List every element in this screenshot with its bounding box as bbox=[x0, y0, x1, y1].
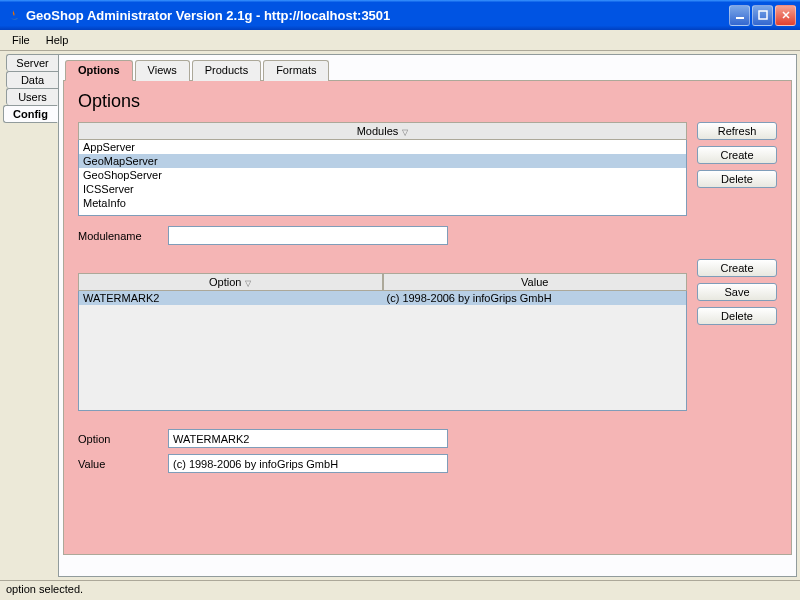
tab-formats[interactable]: Formats bbox=[263, 60, 329, 81]
modulename-label: Modulename bbox=[78, 230, 168, 242]
option-label: Option bbox=[78, 433, 168, 445]
list-item[interactable]: AppServer bbox=[79, 140, 686, 154]
value-label: Value bbox=[78, 458, 168, 470]
options-table[interactable]: WATERMARK2 (c) 1998-2006 by infoGrips Gm… bbox=[78, 291, 687, 411]
svg-rect-1 bbox=[759, 11, 767, 19]
java-app-icon bbox=[6, 7, 22, 23]
side-tab-data[interactable]: Data bbox=[6, 71, 58, 88]
option-input[interactable] bbox=[168, 429, 448, 448]
tab-options[interactable]: Options bbox=[65, 60, 133, 81]
side-tab-server[interactable]: Server bbox=[6, 54, 58, 71]
title-bar: GeoShop Administrator Version 2.1g - htt… bbox=[0, 0, 800, 30]
side-tabs: Server Data Users Config bbox=[0, 51, 58, 580]
horizontal-tabs: Options Views Products Formats bbox=[63, 59, 792, 81]
menu-bar: File Help bbox=[0, 30, 800, 51]
delete-module-button[interactable]: Delete bbox=[697, 170, 777, 188]
options-panel: Options Modules▽ AppServer GeoMapServer … bbox=[63, 81, 792, 555]
modulename-input[interactable] bbox=[168, 226, 448, 245]
option-column-header[interactable]: Option▽ bbox=[78, 273, 383, 291]
svg-rect-0 bbox=[736, 17, 744, 19]
tab-views[interactable]: Views bbox=[135, 60, 190, 81]
list-item[interactable]: GeoShopServer bbox=[79, 168, 686, 182]
modules-header[interactable]: Modules▽ bbox=[78, 122, 687, 140]
table-cell-option: WATERMARK2 bbox=[79, 291, 383, 305]
delete-option-button[interactable]: Delete bbox=[697, 307, 777, 325]
table-row[interactable]: WATERMARK2 (c) 1998-2006 by infoGrips Gm… bbox=[79, 291, 686, 305]
value-column-header[interactable]: Value bbox=[383, 273, 688, 291]
list-item[interactable]: MetaInfo bbox=[79, 196, 686, 210]
list-item[interactable]: GeoMapServer bbox=[79, 154, 686, 168]
modules-header-label: Modules bbox=[357, 125, 399, 137]
side-tab-users[interactable]: Users bbox=[6, 88, 58, 105]
close-button[interactable] bbox=[775, 5, 796, 26]
modules-listbox[interactable]: AppServer GeoMapServer GeoShopServer ICS… bbox=[78, 140, 687, 216]
minimize-button[interactable] bbox=[729, 5, 750, 26]
status-bar: option selected. bbox=[0, 580, 800, 600]
menu-help[interactable]: Help bbox=[38, 32, 77, 48]
refresh-button[interactable]: Refresh bbox=[697, 122, 777, 140]
tab-products[interactable]: Products bbox=[192, 60, 261, 81]
list-item[interactable]: ICSServer bbox=[79, 182, 686, 196]
sort-icon: ▽ bbox=[245, 279, 251, 288]
window-title: GeoShop Administrator Version 2.1g - htt… bbox=[26, 8, 729, 23]
create-option-button[interactable]: Create bbox=[697, 259, 777, 277]
value-input[interactable] bbox=[168, 454, 448, 473]
menu-file[interactable]: File bbox=[4, 32, 38, 48]
create-module-button[interactable]: Create bbox=[697, 146, 777, 164]
table-cell-value: (c) 1998-2006 by infoGrips GmbH bbox=[383, 291, 687, 305]
side-tab-config[interactable]: Config bbox=[3, 105, 58, 123]
save-option-button[interactable]: Save bbox=[697, 283, 777, 301]
main-panel: Options Views Products Formats Options M… bbox=[58, 54, 797, 577]
maximize-button[interactable] bbox=[752, 5, 773, 26]
page-title: Options bbox=[78, 91, 777, 112]
sort-icon: ▽ bbox=[402, 128, 408, 137]
